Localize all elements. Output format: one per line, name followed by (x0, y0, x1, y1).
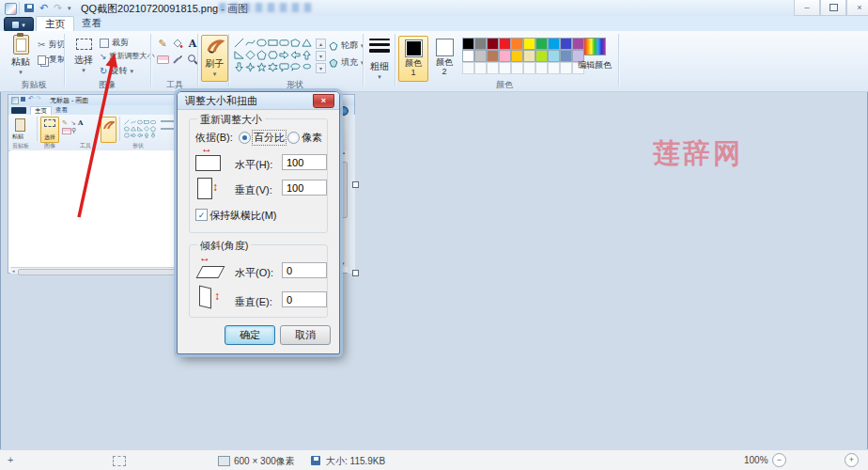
palette-swatch[interactable] (511, 50, 523, 62)
zoom-out-button[interactable]: − (772, 453, 786, 467)
minimize-button[interactable]: – (794, 0, 820, 16)
shape-curve-icon[interactable] (244, 37, 256, 49)
palette-swatch[interactable] (462, 50, 474, 62)
eraser-tool[interactable] (156, 53, 169, 66)
shape-pentagon-icon[interactable] (256, 49, 267, 61)
shape-polygon-icon[interactable] (289, 37, 301, 49)
zoom-in-button[interactable]: + (845, 453, 859, 467)
color1-button[interactable]: 颜色 1 (398, 36, 428, 82)
tab-view[interactable]: 查看 (73, 16, 110, 31)
select-button[interactable]: 选择▾ (70, 35, 98, 73)
edit-colors-button[interactable]: 编辑颜色 (575, 38, 614, 71)
brushes-button[interactable]: 刷子▾ (201, 35, 228, 82)
palette-swatch-empty[interactable] (511, 62, 523, 74)
shape-right-triangle-icon[interactable] (233, 49, 244, 61)
shape-rectangle-icon[interactable] (267, 37, 278, 49)
palette-swatch[interactable] (511, 38, 523, 50)
shape-callout-oval-icon[interactable] (289, 61, 301, 73)
palette-swatch[interactable] (474, 50, 487, 62)
outline-button[interactable]: 轮廓▾ (329, 39, 364, 52)
palette-swatch-empty[interactable] (499, 62, 511, 74)
copy-button[interactable]: 复制 (38, 54, 66, 66)
palette-swatch-empty[interactable] (487, 62, 499, 74)
size-button[interactable]: 粗细▾ (367, 36, 392, 80)
palette-swatch-empty[interactable] (462, 62, 474, 74)
shape-star-6-icon[interactable] (267, 61, 278, 73)
resize-handle-corner[interactable] (352, 270, 359, 276)
palette-swatch[interactable] (560, 50, 572, 62)
shape-arrow-down-icon[interactable] (233, 61, 244, 73)
shape-star-4-icon[interactable] (244, 61, 256, 73)
pixel-radio[interactable] (287, 132, 300, 144)
palette-swatch[interactable] (560, 38, 572, 50)
color2-button[interactable]: 颜色 2 (430, 36, 458, 80)
palette-swatch-empty[interactable] (548, 62, 560, 74)
palette-swatch[interactable] (548, 38, 560, 50)
shape-ellipse-icon[interactable] (256, 37, 267, 49)
shape-line-icon[interactable] (233, 37, 244, 49)
palette-swatch[interactable] (499, 50, 511, 62)
palette-swatch[interactable] (462, 38, 474, 50)
close-button[interactable]: × (846, 0, 868, 16)
crop-button[interactable]: 裁剪 (100, 37, 129, 49)
palette-swatch[interactable] (535, 38, 548, 50)
palette-swatch[interactable] (523, 50, 535, 62)
aspect-checkbox[interactable]: ✓ (195, 209, 208, 221)
fill-shape-button[interactable]: 填充▾ (329, 56, 364, 69)
resize-button[interactable]: ↘ 重新调整大小 (100, 51, 155, 61)
fill-tool[interactable] (171, 37, 184, 50)
paste-icon (13, 35, 29, 55)
cut-button[interactable]: ✂ 剪切 (38, 39, 65, 51)
vertical-input[interactable] (282, 180, 327, 196)
shape-hexagon-icon[interactable] (267, 49, 278, 61)
app-menu-button[interactable]: ▾ (4, 17, 34, 32)
shape-rounded-rectangle-icon[interactable] (278, 37, 289, 49)
resize-handle-right[interactable] (352, 181, 359, 188)
pixel-label[interactable]: 像素 (302, 131, 322, 145)
cancel-button[interactable]: 取消 (280, 325, 331, 345)
shape-triangle-icon[interactable] (301, 37, 312, 49)
shape-callout-rounded-icon[interactable] (278, 61, 289, 73)
maximize-button[interactable] (820, 0, 846, 16)
nested-magnifier-icon: ⚲ (71, 127, 76, 134)
percent-radio[interactable] (239, 132, 251, 144)
redo-icon[interactable]: ↷ (54, 1, 62, 15)
skew-horizontal-input[interactable] (282, 262, 327, 278)
palette-swatch[interactable] (487, 50, 499, 62)
shape-diamond-icon[interactable] (244, 49, 256, 61)
save-icon[interactable] (24, 4, 34, 12)
percent-label[interactable]: 百分比 (253, 131, 286, 145)
shape-arrow-up-icon[interactable] (301, 49, 312, 61)
rotate-button[interactable]: ↻ 旋转▾ (100, 65, 133, 77)
palette-swatch[interactable] (487, 38, 499, 50)
horizontal-input[interactable] (282, 154, 327, 170)
color-picker-tool[interactable] (171, 53, 184, 66)
shape-arrow-left-icon[interactable] (289, 49, 301, 61)
undo-icon[interactable]: ↶ (39, 1, 48, 15)
tab-home[interactable]: 主页 (36, 16, 74, 32)
aspect-label[interactable]: 保持纵横比(M) (209, 209, 277, 223)
palette-swatch-empty[interactable] (474, 62, 487, 74)
palette-swatch[interactable] (548, 50, 560, 62)
nested-brush-button (101, 117, 116, 143)
palette-swatch[interactable] (523, 38, 535, 50)
palette-swatch[interactable] (499, 38, 511, 50)
site-watermark: 莲辞网 (653, 135, 743, 173)
pencil-tool[interactable]: ✎ (156, 37, 169, 50)
shapes-scroll-up[interactable]: ▴ (316, 39, 326, 49)
palette-swatch-empty[interactable] (535, 62, 548, 74)
palette-swatch-empty[interactable] (523, 62, 535, 74)
shape-callout-cloud-icon[interactable] (301, 61, 312, 73)
palette-swatch-empty[interactable] (560, 62, 572, 74)
palette-swatch[interactable] (474, 38, 487, 50)
paste-button[interactable]: 粘贴▾ (6, 35, 36, 75)
palette-swatch[interactable] (535, 50, 548, 62)
dialog-close-button[interactable]: × (313, 94, 334, 108)
shape-arrow-right-icon[interactable] (278, 49, 289, 61)
shapes-scroll-down[interactable]: ▾ (316, 51, 326, 61)
qat-dropdown-icon[interactable]: ▾ (68, 6, 71, 11)
skew-vertical-input[interactable] (282, 291, 327, 307)
shapes-more[interactable]: ▾ (316, 63, 326, 73)
ok-button[interactable]: 确定 (225, 325, 275, 345)
shape-star-5-icon[interactable] (256, 61, 267, 73)
